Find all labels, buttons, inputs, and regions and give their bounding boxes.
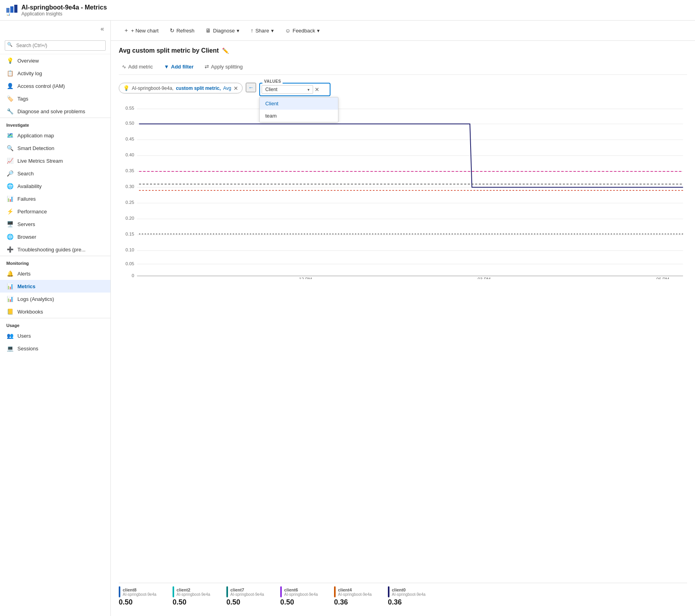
metric-resource: AI-springboot-9e4a, bbox=[132, 86, 173, 91]
svg-text:06 PM: 06 PM bbox=[656, 277, 669, 279]
sidebar-label-metrics: Metrics bbox=[17, 283, 36, 289]
new-chart-btn[interactable]: ＋ + New chart bbox=[119, 25, 163, 36]
sidebar-icon-alerts: 🔔 bbox=[6, 270, 13, 277]
sidebar-item-alerts[interactable]: 🔔Alerts bbox=[0, 267, 110, 280]
svg-text:0.05: 0.05 bbox=[125, 261, 134, 266]
sidebar-item-browser[interactable]: 🌐Browser bbox=[0, 230, 110, 243]
sidebar-item-failures[interactable]: 📊Failures bbox=[0, 192, 110, 205]
metric-name: custom split metric, bbox=[176, 86, 220, 91]
add-filter-icon: ▼ bbox=[164, 64, 169, 70]
sidebar-item-overview[interactable]: 💡Overview bbox=[0, 54, 110, 67]
sidebar-item-activity-log[interactable]: 📋Activity log bbox=[0, 67, 110, 80]
legend-row-client2: client2 AI-springboot-9e4a bbox=[173, 586, 210, 597]
refresh-label: Refresh bbox=[177, 28, 195, 34]
metric-tag-close-icon[interactable]: ✕ bbox=[234, 86, 238, 91]
values-chevron-icon: ▾ bbox=[308, 87, 310, 92]
sidebar-icon-users: 👥 bbox=[6, 332, 13, 339]
sidebar-icon-app-map: 🗺️ bbox=[6, 132, 13, 139]
svg-text:0.40: 0.40 bbox=[125, 152, 134, 157]
sidebar-item-smart-detection[interactable]: 🔍Smart Detection bbox=[0, 142, 110, 154]
sidebar: « 💡Overview📋Activity log👤Access control … bbox=[0, 21, 111, 616]
app-title-group: AI-springboot-9e4a - Metrics Application… bbox=[21, 4, 107, 17]
apply-splitting-btn[interactable]: ⇄ Apply splitting bbox=[201, 62, 246, 71]
diagnose-btn[interactable]: 🖥 Diagnose ▾ bbox=[201, 25, 244, 36]
values-arrow-btn[interactable]: ← bbox=[246, 83, 256, 92]
legend-sub-client7: AI-springboot-9e4a bbox=[230, 592, 264, 597]
legend-color-client0 bbox=[388, 586, 389, 597]
feedback-btn[interactable]: ☺ Feedback ▾ bbox=[280, 25, 325, 36]
edit-title-icon[interactable]: ✏️ bbox=[222, 48, 229, 54]
legend-item-client2: client2 AI-springboot-9e4a 0.50 bbox=[173, 586, 220, 606]
sidebar-item-troubleshooting[interactable]: ➕Troubleshooting guides (pre... bbox=[0, 243, 110, 256]
sidebar-icon-search: 🔎 bbox=[6, 170, 13, 177]
legend-value-client6: 0.50 bbox=[280, 598, 294, 606]
sidebar-item-live-metrics[interactable]: 📈Live Metrics Stream bbox=[0, 154, 110, 167]
sidebar-icon-live-metrics: 📈 bbox=[6, 157, 13, 164]
app-icon: 📊 bbox=[6, 5, 17, 16]
svg-text:03 PM: 03 PM bbox=[478, 277, 491, 279]
svg-rect-0 bbox=[6, 8, 9, 13]
legend-row-client7: client7 AI-springboot-9e4a bbox=[226, 586, 264, 597]
values-close-icon[interactable]: ✕ bbox=[315, 87, 319, 92]
sidebar-icon-tags: 🏷️ bbox=[6, 95, 13, 102]
chart-canvas-wrapper: 0.55 0.50 0.45 0.40 0.35 0.30 0.25 0.20 … bbox=[119, 101, 687, 576]
sidebar-label-app-map: Application map bbox=[17, 133, 54, 139]
legend-color-client8 bbox=[119, 586, 120, 597]
svg-text:0.55: 0.55 bbox=[125, 106, 134, 110]
add-metric-btn[interactable]: ∿ Add metric bbox=[119, 62, 156, 71]
legend-sub-client0: AI-springboot-9e4a bbox=[392, 592, 425, 597]
sidebar-item-availability[interactable]: 🌐Availability bbox=[0, 180, 110, 192]
svg-rect-2 bbox=[14, 5, 17, 13]
chart-area: Avg custom split metric by Client ✏️ ∿ A… bbox=[111, 41, 695, 616]
legend-label-client8: client8 bbox=[123, 587, 156, 592]
sidebar-label-troubleshooting: Troubleshooting guides (pre... bbox=[17, 247, 85, 253]
dropdown-item-team[interactable]: team bbox=[260, 110, 338, 122]
share-icon: ↑ bbox=[251, 27, 253, 34]
dropdown-item-client[interactable]: Client bbox=[260, 97, 338, 110]
svg-text:0.45: 0.45 bbox=[125, 137, 134, 141]
share-btn[interactable]: ↑ Share ▾ bbox=[246, 25, 279, 36]
sidebar-label-overview: Overview bbox=[17, 58, 39, 64]
legend-item-client8: client8 AI-springboot-9e4a 0.50 bbox=[119, 586, 166, 606]
sidebar-item-performance[interactable]: ⚡Performance bbox=[0, 205, 110, 218]
sidebar-label-failures: Failures bbox=[17, 196, 36, 202]
legend-label-client2: client2 bbox=[177, 587, 210, 592]
sidebar-item-logs[interactable]: 📊Logs (Analytics) bbox=[0, 293, 110, 305]
content-area: ＋ + New chart ↻ Refresh 🖥 Diagnose ▾ ↑ S… bbox=[111, 21, 695, 616]
sidebar-label-workbooks: Workbooks bbox=[17, 309, 43, 315]
add-filter-label: Add filter bbox=[171, 64, 194, 70]
sidebar-item-diagnose[interactable]: 🔧Diagnose and solve problems bbox=[0, 105, 110, 118]
sidebar-item-access-control[interactable]: 👤Access control (IAM) bbox=[0, 80, 110, 92]
app-title: AI-springboot-9e4a - Metrics bbox=[21, 4, 107, 11]
sidebar-item-sessions[interactable]: 💻Sessions bbox=[0, 342, 110, 355]
values-box: VALUES Client ▾ ✕ bbox=[259, 83, 330, 96]
sidebar-section-investigate: Investigate bbox=[0, 118, 110, 129]
new-chart-label: + New chart bbox=[131, 28, 159, 34]
sidebar-item-app-map[interactable]: 🗺️Application map bbox=[0, 129, 110, 142]
add-metric-label: Add metric bbox=[128, 64, 153, 70]
legend-label-client0: client0 bbox=[392, 587, 425, 592]
sidebar-item-metrics[interactable]: 📊Metrics bbox=[0, 280, 110, 293]
sidebar-item-servers[interactable]: 🖥️Servers bbox=[0, 218, 110, 230]
sidebar-label-activity-log: Activity log bbox=[17, 70, 42, 76]
metric-agg: Avg bbox=[223, 86, 231, 91]
sidebar-label-diagnose: Diagnose and solve problems bbox=[17, 108, 85, 114]
share-label: Share bbox=[255, 28, 269, 34]
search-input[interactable] bbox=[5, 40, 106, 51]
refresh-icon: ↻ bbox=[170, 27, 175, 34]
add-filter-btn[interactable]: ▼ Add filter bbox=[161, 62, 197, 71]
sidebar-item-tags[interactable]: 🏷️Tags bbox=[0, 92, 110, 105]
values-dropdown-container: VALUES Client ▾ ✕ Client team bbox=[259, 83, 330, 96]
sidebar-search-wrap bbox=[0, 37, 110, 54]
sidebar-label-alerts: Alerts bbox=[17, 271, 30, 277]
sidebar-icon-logs: 📊 bbox=[6, 295, 13, 302]
diagnose-label: Diagnose bbox=[213, 28, 235, 34]
sidebar-item-search[interactable]: 🔎Search bbox=[0, 167, 110, 180]
values-select[interactable]: Client ▾ bbox=[262, 85, 313, 94]
sidebar-label-tags: Tags bbox=[17, 96, 28, 102]
refresh-btn[interactable]: ↻ Refresh bbox=[165, 25, 199, 36]
sidebar-section-monitoring: Monitoring bbox=[0, 256, 110, 267]
sidebar-item-users[interactable]: 👥Users bbox=[0, 329, 110, 342]
sidebar-collapse-btn[interactable]: « bbox=[97, 22, 107, 36]
sidebar-item-workbooks[interactable]: 📒Workbooks bbox=[0, 305, 110, 318]
